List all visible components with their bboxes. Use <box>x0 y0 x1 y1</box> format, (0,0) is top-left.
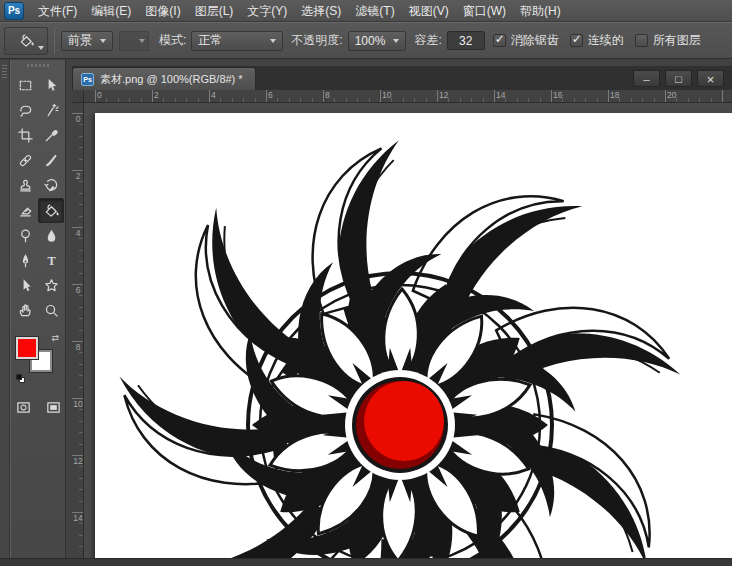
menu-view[interactable]: 视图(V) <box>402 0 456 22</box>
pattern-picker[interactable] <box>119 31 149 51</box>
menu-help[interactable]: 帮助(H) <box>513 0 568 22</box>
swap-colors-icon[interactable]: ⇄ <box>51 333 59 343</box>
document-tab-title: 素材.png @ 100%(RGB/8#) * <box>100 72 243 87</box>
checkbox-icon <box>635 34 648 47</box>
custom-shape-tool[interactable] <box>38 273 64 298</box>
opacity-value: 100% <box>355 34 386 48</box>
tolerance-input[interactable] <box>447 31 485 50</box>
paint-bucket-tool[interactable] <box>38 198 64 223</box>
menu-file[interactable]: 文件(F) <box>31 0 84 22</box>
mode-label: 模式: <box>159 32 186 49</box>
ruler-row: 0 2 4 6 8 10 12 14 16 18 20 <box>72 90 732 103</box>
flower-artwork <box>95 113 732 558</box>
menu-type[interactable]: 文字(Y) <box>240 0 294 22</box>
separator <box>54 28 55 54</box>
antialias-label: 消除锯齿 <box>511 32 559 49</box>
maximize-button[interactable] <box>665 70 692 87</box>
menu-layer[interactable]: 图层(L) <box>188 0 241 22</box>
all-layers-label: 所有图层 <box>653 32 701 49</box>
clone-stamp-tool[interactable] <box>12 173 38 198</box>
blur-tool[interactable] <box>38 223 64 248</box>
grip-icon <box>27 64 49 67</box>
document-tab[interactable]: Ps 素材.png @ 100%(RGB/8#) * <box>72 67 256 90</box>
close-button[interactable] <box>697 70 724 87</box>
tools-panel: T ⇄ <box>10 60 66 558</box>
menu-bar: Ps 文件(F) 编辑(E) 图像(I) 图层(L) 文字(Y) 选择(S) 滤… <box>0 0 732 22</box>
horizontal-ruler: 0 2 4 6 8 10 12 14 16 18 20 <box>84 90 732 103</box>
fill-source-value: 前景 <box>68 32 92 49</box>
quick-mask-button[interactable] <box>12 395 34 420</box>
spot-healing-tool[interactable] <box>12 148 38 173</box>
type-tool[interactable]: T <box>38 248 64 273</box>
tolerance-label: 容差: <box>414 32 441 49</box>
menu-window[interactable]: 窗口(W) <box>456 0 513 22</box>
chevron-down-icon <box>270 39 276 43</box>
document-window: Ps 素材.png @ 100%(RGB/8#) * 0 2 4 6 8 10 … <box>72 66 732 558</box>
dodge-tool[interactable] <box>12 223 38 248</box>
antialias-checkbox[interactable]: 消除锯齿 <box>493 32 559 49</box>
contiguous-label: 连续的 <box>588 32 624 49</box>
history-brush-tool[interactable] <box>38 173 64 198</box>
grip-icon <box>2 65 7 79</box>
canvas-pasteboard <box>84 103 732 558</box>
move-tool[interactable] <box>38 73 64 98</box>
chevron-down-icon <box>139 39 145 43</box>
ruler-corner <box>72 90 84 103</box>
mode-value: 正常 <box>198 32 222 49</box>
menu-filter[interactable]: 滤镜(T) <box>348 0 401 22</box>
tool-options-bar: 前景 模式: 正常 不透明度: 100% 容差: 消除锯齿 连续的 所有图层 <box>0 22 732 59</box>
photoshop-window: Ps 文件(F) 编辑(E) 图像(I) 图层(L) 文字(Y) 选择(S) 滤… <box>0 0 732 566</box>
menu-edit[interactable]: 编辑(E) <box>84 0 138 22</box>
contiguous-checkbox[interactable]: 连续的 <box>570 32 624 49</box>
svg-text:T: T <box>47 254 55 268</box>
document-tab-bar: Ps 素材.png @ 100%(RGB/8#) * <box>72 66 732 90</box>
brush-tool[interactable] <box>38 148 64 173</box>
canvas-page[interactable] <box>95 113 732 558</box>
fill-source-dropdown[interactable]: 前景 <box>61 31 113 51</box>
opacity-dropdown[interactable]: 100% <box>348 31 407 51</box>
rect-marquee-tool[interactable] <box>12 73 38 98</box>
hand-tool[interactable] <box>12 298 38 323</box>
chevron-down-icon <box>100 39 106 43</box>
window-controls <box>633 70 732 90</box>
tool-preset-picker[interactable] <box>4 27 48 55</box>
panel-dock-strip[interactable] <box>0 60 10 558</box>
document-content: 0 2 4 6 8 10 12 14 <box>72 103 732 558</box>
all-layers-checkbox[interactable]: 所有图层 <box>635 32 701 49</box>
default-colors-icon[interactable] <box>16 374 26 383</box>
color-swatches: ⇄ <box>16 333 60 377</box>
path-selection-tool[interactable] <box>12 273 38 298</box>
window-bottom-edge <box>0 558 732 566</box>
menu-select[interactable]: 选择(S) <box>294 0 348 22</box>
chevron-down-icon <box>38 46 44 50</box>
magic-wand-tool[interactable] <box>38 98 64 123</box>
checkbox-icon <box>570 34 583 47</box>
crop-tool[interactable] <box>12 123 38 148</box>
zoom-tool[interactable] <box>38 298 64 323</box>
foreground-color-swatch[interactable] <box>16 337 38 359</box>
photoshop-logo: Ps <box>4 2 24 20</box>
chevron-down-icon <box>393 39 399 43</box>
lasso-tool[interactable] <box>12 98 38 123</box>
menu-image[interactable]: 图像(I) <box>138 0 187 22</box>
eraser-tool[interactable] <box>12 198 38 223</box>
checkbox-icon <box>493 34 506 47</box>
opacity-label: 不透明度: <box>291 32 342 49</box>
pen-tool[interactable] <box>12 248 38 273</box>
eyedropper-tool[interactable] <box>38 123 64 148</box>
mode-dropdown[interactable]: 正常 <box>191 31 283 51</box>
vertical-ruler: 0 2 4 6 8 10 12 14 <box>72 103 84 558</box>
document-icon: Ps <box>81 73 94 86</box>
paint-bucket-icon <box>18 32 35 49</box>
screen-mode-button[interactable] <box>42 395 64 420</box>
minimize-button[interactable] <box>633 70 660 87</box>
